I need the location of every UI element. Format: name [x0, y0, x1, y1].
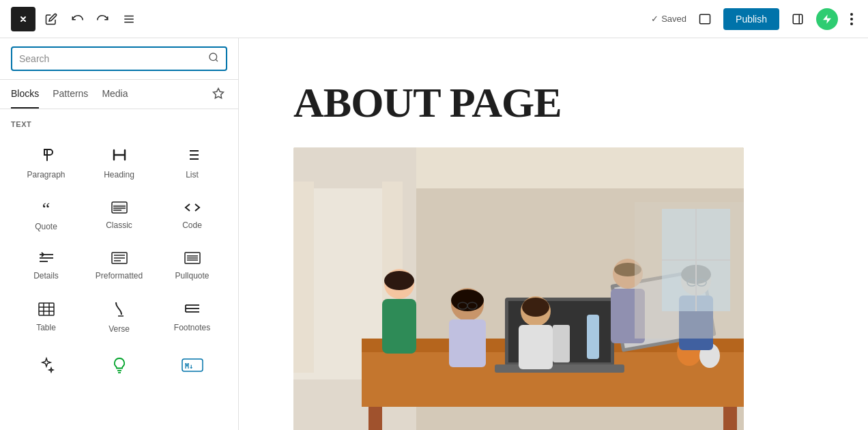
toolbar: ✓ Saved Publish [0, 0, 868, 38]
blocks-grid-more: M↓ [11, 347, 227, 388]
paragraph-label: Paragraph [27, 170, 65, 180]
block-list[interactable]: List [157, 137, 227, 187]
more-options-button[interactable] [846, 9, 857, 29]
blocks-panel: TEXT Paragraph [0, 109, 238, 430]
svg-rect-4 [793, 14, 802, 24]
code-label: Code [182, 220, 202, 230]
code-icon [184, 201, 201, 216]
page-image [293, 147, 744, 430]
undo-button[interactable] [67, 9, 87, 29]
main-area: Blocks Patterns Media TEXT [0, 38, 868, 430]
block-paragraph[interactable]: Paragraph [11, 137, 81, 187]
svg-rect-52 [293, 182, 314, 373]
blocks-grid-text: Paragraph Heading [11, 137, 227, 341]
search-input-wrapper [11, 46, 227, 71]
block-details[interactable]: Details [11, 242, 81, 288]
block-pullquote[interactable]: Pullquote [157, 242, 227, 288]
svg-rect-3 [700, 14, 710, 24]
content-area: ABOUT PAGE [239, 38, 868, 430]
svg-marker-11 [214, 88, 224, 98]
svg-rect-57 [723, 407, 737, 430]
block-quote[interactable]: “ Quote [11, 190, 81, 239]
details-label: Details [33, 271, 59, 281]
user-avatar [816, 8, 838, 30]
svg-line-10 [216, 59, 218, 61]
svg-rect-60 [495, 364, 624, 373]
svg-point-8 [850, 23, 853, 25]
block-lightbulb[interactable] [84, 347, 154, 388]
left-panel: Blocks Patterns Media TEXT [0, 38, 239, 430]
classic-icon [111, 201, 128, 216]
block-footnotes[interactable]: Footnotes [157, 291, 227, 341]
toolbar-right: ✓ Saved Publish [651, 8, 857, 30]
saved-label: Saved [661, 14, 686, 24]
close-button[interactable] [11, 7, 35, 31]
quote-label: Quote [35, 222, 57, 231]
details-icon [38, 252, 55, 267]
svg-point-77 [384, 271, 414, 290]
block-table[interactable]: Table [11, 291, 81, 341]
check-icon: ✓ [651, 14, 659, 24]
lightbulb-icon [113, 357, 126, 376]
svg-rect-34 [39, 303, 54, 315]
table-icon [38, 302, 55, 319]
table-label: Table [36, 323, 56, 332]
svg-point-79 [522, 298, 549, 317]
pullquote-label: Pullquote [175, 271, 209, 281]
svg-rect-56 [368, 407, 382, 430]
block-heading[interactable]: Heading [84, 137, 154, 187]
svg-rect-68 [382, 299, 416, 354]
edit-icon-button[interactable] [41, 9, 61, 29]
view-button[interactable] [695, 9, 715, 29]
svg-rect-72 [519, 325, 553, 369]
list-icon [184, 147, 201, 166]
list-label: List [186, 170, 199, 180]
block-ai[interactable] [11, 347, 81, 388]
classic-label: Classic [106, 220, 132, 230]
page-title: ABOUT PAGE [293, 79, 813, 126]
sidebar-toggle-button[interactable] [787, 9, 808, 29]
block-code[interactable]: Code [157, 190, 227, 239]
preformatted-label: Preformatted [96, 271, 143, 281]
image-placeholder [293, 147, 744, 430]
block-markdown[interactable]: M↓ [157, 347, 227, 388]
redo-button[interactable] [93, 9, 113, 29]
svg-point-9 [209, 53, 217, 61]
paragraph-icon [38, 147, 55, 166]
tabs: Blocks Patterns Media [0, 80, 238, 109]
section-text-label: TEXT [11, 120, 227, 128]
footnotes-label: Footnotes [174, 323, 210, 332]
verse-icon [113, 301, 126, 320]
publish-button[interactable]: Publish [723, 8, 779, 30]
widget-icon-button[interactable] [209, 85, 227, 104]
verse-label: Verse [108, 324, 130, 334]
heading-icon [111, 147, 128, 166]
search-icon [208, 52, 219, 66]
tab-blocks[interactable]: Blocks [11, 80, 39, 109]
preformatted-icon [111, 252, 128, 267]
tab-patterns[interactable]: Patterns [53, 80, 88, 109]
search-bar [0, 38, 238, 80]
svg-point-7 [850, 18, 853, 20]
block-preformatted[interactable]: Preformatted [84, 242, 154, 288]
pullquote-icon [184, 252, 201, 267]
block-classic[interactable]: Classic [84, 190, 154, 239]
svg-rect-63 [587, 315, 599, 359]
svg-text:M↓: M↓ [185, 362, 193, 370]
toolbar-left [11, 7, 139, 31]
svg-point-6 [850, 13, 853, 16]
markdown-icon: M↓ [182, 358, 203, 375]
heading-label: Heading [104, 170, 134, 180]
footnotes-icon [184, 302, 201, 319]
quote-icon: “ [42, 200, 50, 218]
svg-rect-70 [449, 319, 486, 367]
list-view-button[interactable] [119, 9, 139, 29]
tab-media[interactable]: Media [102, 80, 128, 109]
ai-icon [38, 357, 55, 376]
block-verse[interactable]: Verse [84, 291, 154, 341]
svg-rect-64 [553, 325, 570, 362]
search-input[interactable] [19, 53, 208, 64]
saved-status: ✓ Saved [651, 14, 686, 24]
svg-point-78 [451, 289, 484, 311]
